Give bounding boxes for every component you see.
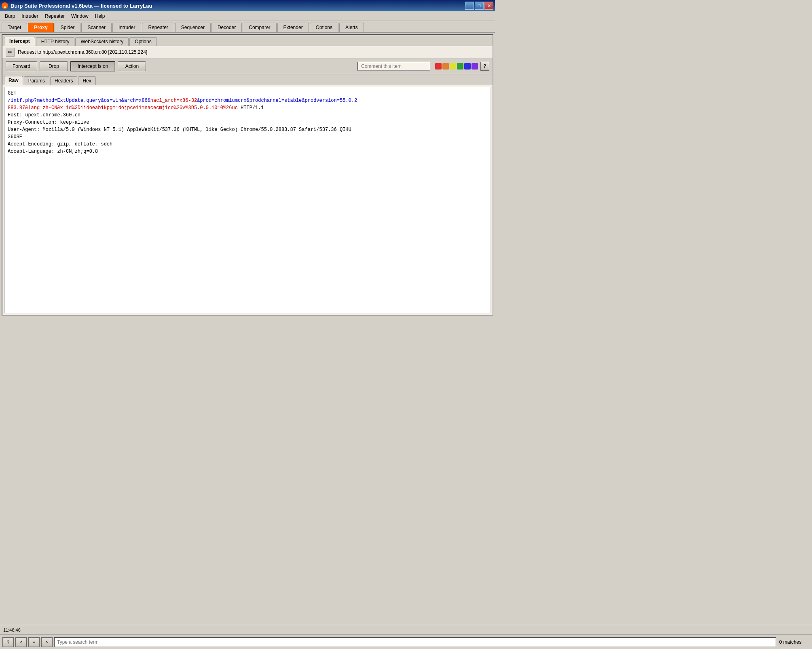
tab-options[interactable]: Options [310, 23, 338, 32]
tab-scanner[interactable]: Scanner [81, 23, 112, 32]
req-line8: Accept-Encoding: gzip, deflate, sdch [8, 141, 112, 147]
req-line2-red1: nacl_arch=x86-32 [150, 98, 197, 103]
tab-decoder[interactable]: Decoder [211, 23, 242, 32]
req-line9: Accept-Language: zh-CN,zh;q=0.8 [8, 149, 98, 154]
content-area: Intercept HTTP history WebSockets histor… [2, 34, 493, 316]
subtab-intercept[interactable]: Intercept [4, 37, 35, 46]
menu-intruder[interactable]: Intruder [18, 13, 41, 20]
help-button[interactable]: ? [480, 62, 489, 71]
dot-orange[interactable] [442, 63, 449, 70]
tab-proxy[interactable]: Proxy [28, 23, 53, 32]
viewtab-headers[interactable]: Headers [50, 76, 77, 85]
title-bar-controls[interactable]: _ □ ✕ [465, 2, 493, 10]
drop-button[interactable]: Drop [40, 61, 68, 71]
close-button[interactable]: ✕ [484, 2, 493, 10]
color-dots [435, 63, 478, 70]
req-line6: User-Agent: Mozilla/5.0 (Windows NT 5.1)… [8, 127, 351, 133]
tab-comparer[interactable]: Comparer [243, 23, 276, 32]
tab-spider[interactable]: Spider [55, 23, 81, 32]
dot-green[interactable] [457, 63, 463, 70]
menu-repeater[interactable]: Repeater [42, 13, 68, 20]
subtab-http-history[interactable]: HTTP history [36, 37, 75, 46]
main-tabs: Target Proxy Spider Scanner Intruder Rep… [0, 21, 495, 33]
req-line3-suffix: HTTP/1.1 [238, 105, 264, 111]
req-line3-red: 883.87&lang=zh-CN&x=id%3Diidoeab1kpgm1do… [8, 105, 238, 111]
subtab-websockets[interactable]: WebSockets history [75, 37, 129, 46]
tab-extender[interactable]: Extender [277, 23, 309, 32]
req-line5: Proxy-Connection: keep-alive [8, 120, 89, 125]
menu-bar: Burp Intruder Repeater Window Help [0, 11, 495, 21]
maximize-button[interactable]: □ [475, 2, 484, 10]
req-line7: 360SE [8, 134, 22, 140]
tab-intruder[interactable]: Intruder [112, 23, 141, 32]
comment-input[interactable] [357, 62, 430, 71]
action-button[interactable]: Action [118, 61, 146, 71]
sub-tabs: Intercept HTTP history WebSockets histor… [2, 35, 493, 46]
dot-purple[interactable] [472, 63, 478, 70]
title-bar: 🔥 Burp Suite Professional v1.6beta — lic… [0, 0, 495, 11]
req-line1: GET [8, 91, 17, 96]
intercept-button[interactable]: Intercept is on [70, 61, 115, 72]
viewtab-raw[interactable]: Raw [4, 76, 23, 85]
view-tabs: Raw Params Headers Hex [2, 74, 493, 85]
tab-target[interactable]: Target [2, 23, 27, 32]
viewtab-hex[interactable]: Hex [78, 76, 95, 85]
menu-burp[interactable]: Burp [2, 13, 18, 20]
dot-red[interactable] [435, 63, 442, 70]
dot-blue[interactable] [464, 63, 471, 70]
edit-icon: ✏ [6, 48, 15, 57]
request-bar: ✏ Request to http://upext.chrome.360.cn:… [2, 46, 493, 59]
minimize-button[interactable]: _ [465, 2, 474, 10]
menu-window[interactable]: Window [68, 13, 92, 20]
app-icon: 🔥 [2, 2, 8, 9]
app-title: Burp Suite Professional v1.6beta — licen… [11, 3, 152, 9]
request-label: Request to http://upext.chrome.360.cn:80… [18, 49, 147, 55]
forward-button[interactable]: Forward [6, 61, 37, 71]
req-line4: Host: upext.chrome.360.cn [8, 112, 80, 118]
toolbar: Forward Drop Intercept is on Action ? [2, 59, 493, 74]
viewtab-params[interactable]: Params [24, 76, 49, 85]
request-content-area[interactable]: GET /intf.php?method=ExtUpdate.query&os=… [4, 87, 491, 313]
menu-help[interactable]: Help [92, 13, 108, 20]
tab-repeater[interactable]: Repeater [142, 23, 174, 32]
title-bar-left: 🔥 Burp Suite Professional v1.6beta — lic… [2, 2, 152, 9]
req-line2-mid: &prod=chromiumcrx&prodchannel=stable&pro… [197, 98, 357, 103]
dot-yellow[interactable] [450, 63, 456, 70]
subtab-options[interactable]: Options [129, 37, 156, 46]
tab-alerts[interactable]: Alerts [339, 23, 364, 32]
req-line2-prefix: /intf.php?method=ExtUpdate.query&os=win&… [8, 98, 150, 103]
tab-sequencer[interactable]: Sequencer [175, 23, 211, 32]
